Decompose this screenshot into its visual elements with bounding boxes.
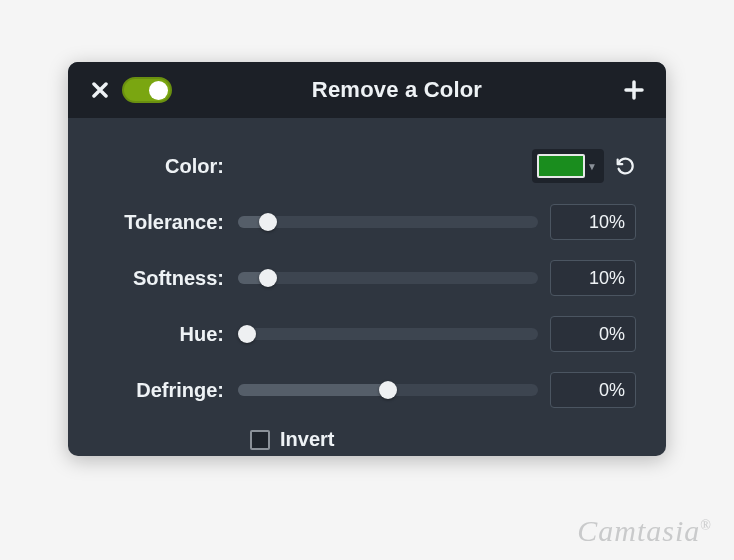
invert-checkbox[interactable]	[250, 430, 270, 450]
reset-icon[interactable]	[614, 155, 636, 177]
plus-icon[interactable]	[622, 80, 646, 100]
tolerance-label: Tolerance:	[98, 211, 238, 234]
chevron-down-icon: ▼	[585, 161, 599, 172]
defringe-label: Defringe:	[98, 379, 238, 402]
color-picker[interactable]: ▼	[532, 149, 604, 183]
invert-row: Invert	[250, 428, 636, 451]
tolerance-input[interactable]	[550, 204, 636, 240]
hue-row: Hue:	[98, 316, 636, 352]
softness-label: Softness:	[98, 267, 238, 290]
slider-thumb	[238, 325, 256, 343]
softness-row: Softness:	[98, 260, 636, 296]
slider-thumb	[379, 381, 397, 399]
color-swatch	[537, 154, 585, 178]
slider-thumb	[259, 269, 277, 287]
remove-color-panel: Remove a Color Color: ▼ Tolerance:	[68, 62, 666, 456]
softness-input[interactable]	[550, 260, 636, 296]
panel-title: Remove a Color	[172, 77, 622, 103]
slider-fill	[238, 384, 388, 396]
hue-input[interactable]	[550, 316, 636, 352]
hue-label: Hue:	[98, 323, 238, 346]
defringe-row: Defringe:	[98, 372, 636, 408]
color-row: Color: ▼	[98, 148, 636, 184]
softness-slider[interactable]	[238, 272, 538, 284]
color-label: Color:	[98, 155, 238, 178]
tolerance-slider[interactable]	[238, 216, 538, 228]
slider-thumb	[259, 213, 277, 231]
toggle-thumb	[149, 81, 168, 100]
defringe-slider[interactable]	[238, 384, 538, 396]
close-icon[interactable]	[88, 82, 112, 98]
watermark: Camtasia®	[577, 514, 712, 548]
defringe-input[interactable]	[550, 372, 636, 408]
tolerance-row: Tolerance:	[98, 204, 636, 240]
hue-slider[interactable]	[238, 328, 538, 340]
titlebar: Remove a Color	[68, 62, 666, 118]
invert-label: Invert	[280, 428, 334, 451]
enable-toggle[interactable]	[122, 77, 172, 103]
panel-content: Color: ▼ Tolerance: Softness:	[68, 118, 666, 456]
